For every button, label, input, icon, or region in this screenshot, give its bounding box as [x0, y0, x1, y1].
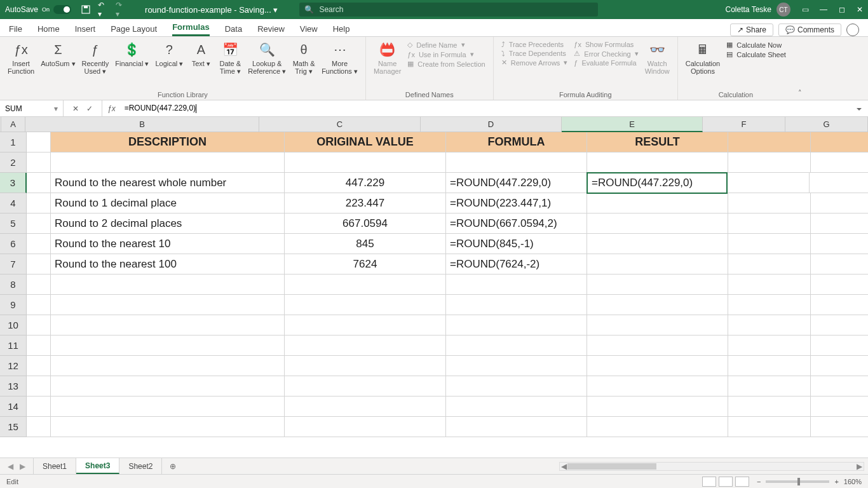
cancel-formula-icon[interactable]: ✕: [72, 104, 79, 113]
cell-F9[interactable]: [728, 295, 811, 315]
col-header-C[interactable]: C: [259, 117, 421, 132]
cell-C12[interactable]: [285, 356, 446, 376]
name-box[interactable]: SUM▾: [0, 100, 64, 116]
row-header-7[interactable]: 7: [0, 254, 27, 274]
cell-F3[interactable]: [727, 173, 810, 193]
cell-E4[interactable]: [587, 193, 728, 214]
toggle-icon[interactable]: [53, 5, 71, 14]
sheet-tab-sheet3[interactable]: Sheet3: [76, 458, 119, 474]
cell-F7[interactable]: [728, 254, 811, 274]
formula-input[interactable]: =ROUND(447.229,0): [121, 104, 868, 113]
trace-dependents-button[interactable]: ⤵Trace Dependents: [501, 50, 568, 57]
close-icon[interactable]: ✕: [857, 5, 863, 14]
cell-F14[interactable]: [728, 396, 811, 417]
cell-A3[interactable]: [27, 173, 51, 193]
cell-E6[interactable]: [587, 234, 728, 254]
create-from-selection-button[interactable]: ▦Create from Selection: [407, 60, 485, 68]
ribbon-display-icon[interactable]: ▭: [799, 4, 811, 15]
cell-A9[interactable]: [27, 295, 51, 315]
row-header-14[interactable]: 14: [0, 396, 27, 417]
fn-more-functions-button[interactable]: ⋯More Functions ▾: [319, 39, 360, 77]
spreadsheet-grid[interactable]: DESCRIPTIONORIGINAL VALUEFORMULARESULTRo…: [27, 132, 868, 458]
cell-F6[interactable]: [728, 234, 811, 254]
cell-B14[interactable]: [51, 396, 285, 417]
col-header-G[interactable]: G: [785, 117, 868, 132]
cell-A14[interactable]: [27, 396, 51, 417]
cell-B15[interactable]: [51, 417, 285, 437]
cell-B1[interactable]: DESCRIPTION: [51, 132, 285, 152]
row-header-9[interactable]: 9: [0, 295, 27, 315]
next-sheet-icon[interactable]: ▶: [20, 462, 25, 471]
cell-G4[interactable]: [811, 193, 868, 214]
col-header-E[interactable]: E: [562, 117, 703, 132]
fn-lookup-reference-button[interactable]: 🔍Lookup & Reference ▾: [245, 39, 288, 77]
enter-formula-icon[interactable]: ✓: [86, 104, 93, 113]
cell-A2[interactable]: [27, 152, 51, 173]
zoom-out-icon[interactable]: −: [757, 478, 761, 485]
cell-E1[interactable]: RESULT: [587, 132, 728, 152]
cell-D14[interactable]: [446, 396, 587, 417]
cell-C11[interactable]: [285, 336, 446, 356]
cell-D5[interactable]: =ROUND(667.0594,2): [446, 214, 587, 234]
comments-button[interactable]: 💬Comments: [778, 24, 841, 36]
cell-B10[interactable]: [51, 315, 285, 336]
cell-F10[interactable]: [728, 315, 811, 336]
select-all-corner[interactable]: [0, 117, 1, 132]
cell-E7[interactable]: [587, 254, 728, 274]
chevron-down-icon[interactable]: ▾: [54, 104, 58, 113]
fn-date-time-button[interactable]: 📅Date & Time ▾: [216, 39, 244, 77]
cell-B3[interactable]: Round to the nearest whole number: [51, 173, 285, 193]
col-header-D[interactable]: D: [421, 117, 562, 132]
cell-C15[interactable]: [285, 417, 446, 437]
undo-icon[interactable]: ↶ ▾: [98, 4, 109, 15]
cell-A8[interactable]: [27, 274, 51, 295]
cell-A13[interactable]: [27, 376, 51, 396]
cell-E5[interactable]: [587, 214, 728, 234]
cell-E8[interactable]: [587, 274, 728, 295]
use-in-formula-button[interactable]: ƒxUse in Formula ▾: [407, 50, 485, 58]
cell-A10[interactable]: [27, 315, 51, 336]
fn-text-button[interactable]: AText ▾: [187, 39, 215, 69]
zoom-in-icon[interactable]: +: [834, 478, 838, 485]
row-header-2[interactable]: 2: [0, 152, 27, 173]
cell-G15[interactable]: [811, 417, 868, 437]
cell-F11[interactable]: [728, 336, 811, 356]
cell-D3[interactable]: =ROUND(447.229,0): [446, 173, 587, 193]
maximize-icon[interactable]: ◻: [839, 5, 845, 14]
cell-F4[interactable]: [728, 193, 811, 214]
autosave-toggle[interactable]: AutoSave On: [5, 5, 71, 14]
cell-E15[interactable]: [587, 417, 728, 437]
calculate-now-button[interactable]: ▦Calculate Now: [726, 41, 786, 49]
cell-G11[interactable]: [811, 336, 868, 356]
cell-D4[interactable]: =ROUND(223.447,1): [446, 193, 587, 214]
tab-home[interactable]: Home: [37, 24, 60, 36]
cell-G2[interactable]: [811, 152, 868, 173]
cell-B6[interactable]: Round to the nearest 10: [51, 234, 285, 254]
fn-math-trig-button[interactable]: θMath & Trig ▾: [290, 39, 318, 77]
cell-G8[interactable]: [811, 274, 868, 295]
cell-A7[interactable]: [27, 254, 51, 274]
cell-A6[interactable]: [27, 234, 51, 254]
cell-G14[interactable]: [811, 396, 868, 417]
cell-B13[interactable]: [51, 376, 285, 396]
zoom-slider[interactable]: [766, 480, 829, 483]
normal-view-icon[interactable]: [702, 477, 716, 487]
trace-precedents-button[interactable]: ⤴Trace Precedents: [501, 41, 568, 48]
fn-logical-button[interactable]: ?Logical ▾: [153, 39, 186, 69]
cell-D10[interactable]: [446, 315, 587, 336]
fn-financial-button[interactable]: 💲Financial ▾: [112, 39, 151, 69]
show-formulas-button[interactable]: ƒxShow Formulas: [574, 41, 638, 48]
cell-G9[interactable]: [811, 295, 868, 315]
calculate-sheet-button[interactable]: ▤Calculate Sheet: [726, 50, 786, 58]
remove-arrows-button[interactable]: ✕Remove Arrows ▾: [501, 58, 568, 67]
minimize-icon[interactable]: —: [820, 5, 827, 14]
cell-E10[interactable]: [587, 315, 728, 336]
cell-D13[interactable]: [446, 376, 587, 396]
cell-C9[interactable]: [285, 295, 446, 315]
page-layout-view-icon[interactable]: [719, 477, 733, 487]
row-header-6[interactable]: 6: [0, 234, 27, 254]
cell-B8[interactable]: [51, 274, 285, 295]
cell-C3[interactable]: 447.229: [285, 173, 446, 193]
cell-A11[interactable]: [27, 336, 51, 356]
row-header-5[interactable]: 5: [0, 214, 27, 234]
